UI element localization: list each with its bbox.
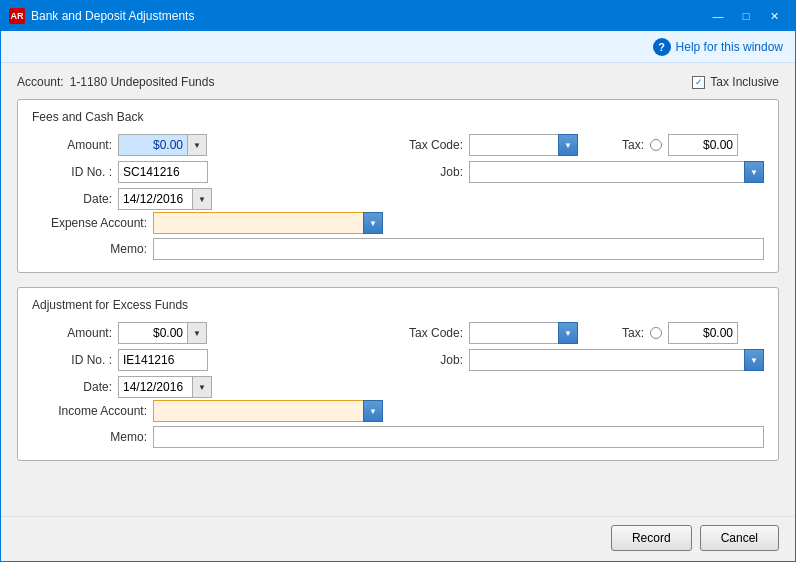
adj-tax-input[interactable] [668, 322, 738, 344]
fees-right-col: Tax Code: ▼ Tax: Job: [403, 134, 764, 210]
content-area: Account: 1-1180 Undeposited Funds ✓ Tax … [1, 63, 795, 516]
adj-id-input[interactable] [118, 349, 208, 371]
fees-expense-wrapper: ▼ [153, 212, 383, 234]
fees-job-row: Job: ▼ [403, 161, 764, 183]
fees-left-col: Amount: ▼ ID No. : Date: [32, 134, 393, 210]
adj-taxcode-row: Tax Code: ▼ Tax: [403, 322, 764, 344]
adj-amount-input[interactable] [118, 322, 188, 344]
fees-memo-label: Memo: [32, 242, 147, 256]
adj-income-label: Income Account: [32, 404, 147, 418]
fees-date-row: Date: ▼ [32, 188, 393, 210]
adj-date-label: Date: [32, 380, 112, 394]
adj-main-columns: Amount: ▼ ID No. : Date: [32, 322, 764, 398]
adj-taxcode-wrapper: ▼ [469, 322, 578, 344]
help-link[interactable]: ? Help for this window [653, 38, 783, 56]
adj-job-label: Job: [403, 353, 463, 367]
fees-date-label: Date: [32, 192, 112, 206]
minimize-button[interactable]: — [705, 6, 731, 26]
adj-id-label: ID No. : [32, 353, 112, 367]
adj-memo-row: Memo: [32, 426, 764, 448]
tax-inclusive-checkbox[interactable]: ✓ [692, 76, 705, 89]
tax-inclusive-row: ✓ Tax Inclusive [692, 75, 779, 89]
adj-taxcode-label: Tax Code: [403, 326, 463, 340]
fees-amount-label: Amount: [32, 138, 112, 152]
title-bar: AR Bank and Deposit Adjustments — □ ✕ [1, 1, 795, 31]
fees-taxcode-wrapper: ▼ [469, 134, 578, 156]
adj-date-input[interactable] [118, 376, 193, 398]
adj-date-wrapper: ▼ [118, 376, 212, 398]
fees-expense-input[interactable] [153, 212, 364, 234]
fees-id-input[interactable] [118, 161, 208, 183]
adj-memo-input[interactable] [153, 426, 764, 448]
adj-income-wrapper: ▼ [153, 400, 383, 422]
fees-taxcode-label: Tax Code: [403, 138, 463, 152]
maximize-button[interactable]: □ [733, 6, 759, 26]
tax-inclusive-label: Tax Inclusive [710, 75, 779, 89]
fees-date-input[interactable] [118, 188, 193, 210]
adj-amount-dropdown[interactable]: ▼ [187, 322, 207, 344]
adj-taxcode-dropdown[interactable]: ▼ [558, 322, 578, 344]
fees-taxcode-dropdown[interactable]: ▼ [558, 134, 578, 156]
adj-job-input[interactable] [469, 349, 745, 371]
adjustment-section: Adjustment for Excess Funds Amount: ▼ ID [17, 287, 779, 461]
adj-job-wrapper: ▼ [469, 349, 764, 371]
fees-job-input[interactable] [469, 161, 745, 183]
fees-section: Fees and Cash Back Amount: ▼ ID No. : [17, 99, 779, 273]
account-value: 1-1180 Undeposited Funds [70, 75, 215, 89]
fees-job-dropdown[interactable]: ▼ [744, 161, 764, 183]
fees-amount-row: Amount: ▼ [32, 134, 393, 156]
fees-date-dropdown[interactable]: ▼ [192, 188, 212, 210]
adj-left-col: Amount: ▼ ID No. : Date: [32, 322, 393, 398]
adj-right-col: Tax Code: ▼ Tax: Job: [403, 322, 764, 398]
close-button[interactable]: ✕ [761, 6, 787, 26]
adj-tax-label: Tax: [584, 326, 644, 340]
fees-tax-input[interactable] [668, 134, 738, 156]
window-title: Bank and Deposit Adjustments [31, 9, 705, 23]
fees-expense-dropdown[interactable]: ▼ [363, 212, 383, 234]
fees-taxcode-input[interactable] [469, 134, 559, 156]
adj-income-input[interactable] [153, 400, 364, 422]
adj-amount-label: Amount: [32, 326, 112, 340]
help-icon: ? [653, 38, 671, 56]
fees-section-title: Fees and Cash Back [32, 110, 764, 124]
adj-job-dropdown[interactable]: ▼ [744, 349, 764, 371]
adj-income-row: Income Account: ▼ [32, 400, 764, 422]
adj-date-row: Date: ▼ [32, 376, 393, 398]
fees-taxcode-row: Tax Code: ▼ Tax: [403, 134, 764, 156]
window-controls: — □ ✕ [705, 6, 787, 26]
adj-amount-row: Amount: ▼ [32, 322, 393, 344]
fees-id-label: ID No. : [32, 165, 112, 179]
adj-amount-wrapper: ▼ [118, 322, 207, 344]
record-button[interactable]: Record [611, 525, 692, 551]
adj-income-dropdown[interactable]: ▼ [363, 400, 383, 422]
fees-tax-radio[interactable] [650, 139, 662, 151]
adj-tax-radio[interactable] [650, 327, 662, 339]
fees-tax-label: Tax: [584, 138, 644, 152]
app-icon: AR [9, 8, 25, 24]
help-bar: ? Help for this window [1, 31, 795, 63]
adj-job-row: Job: ▼ [403, 349, 764, 371]
fees-amount-input[interactable] [118, 134, 188, 156]
account-row: Account: 1-1180 Undeposited Funds ✓ Tax … [17, 75, 779, 89]
adj-id-row: ID No. : [32, 349, 393, 371]
fees-amount-field-wrapper: ▼ [118, 134, 207, 156]
fees-job-wrapper: ▼ [469, 161, 764, 183]
fees-expense-label: Expense Account: [32, 216, 147, 230]
adj-date-dropdown[interactable]: ▼ [192, 376, 212, 398]
account-label: Account: [17, 75, 64, 89]
fees-memo-input[interactable] [153, 238, 764, 260]
fees-main-columns: Amount: ▼ ID No. : Date: [32, 134, 764, 210]
fees-job-label: Job: [403, 165, 463, 179]
adj-taxcode-input[interactable] [469, 322, 559, 344]
main-window: AR Bank and Deposit Adjustments — □ ✕ ? … [0, 0, 796, 562]
fees-date-field-wrapper: ▼ [118, 188, 212, 210]
cancel-button[interactable]: Cancel [700, 525, 779, 551]
adjustment-section-title: Adjustment for Excess Funds [32, 298, 764, 312]
help-label: Help for this window [676, 40, 783, 54]
fees-amount-dropdown[interactable]: ▼ [187, 134, 207, 156]
footer: Record Cancel [1, 516, 795, 561]
adj-memo-label: Memo: [32, 430, 147, 444]
fees-id-row: ID No. : [32, 161, 393, 183]
fees-memo-row: Memo: [32, 238, 764, 260]
fees-expense-row: Expense Account: ▼ [32, 212, 764, 234]
